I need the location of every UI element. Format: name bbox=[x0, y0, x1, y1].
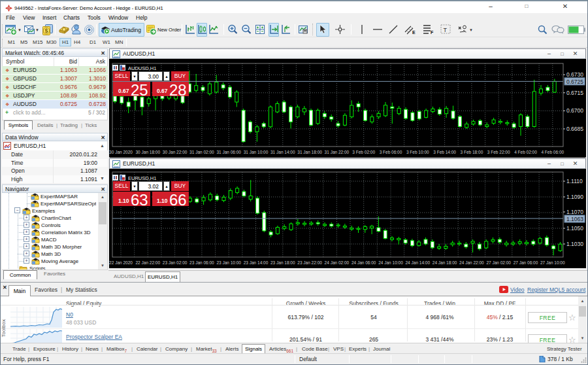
svg-text:23 Jan 10:00: 23 Jan 10:00 bbox=[216, 260, 241, 265]
svg-text:0.6685: 0.6685 bbox=[566, 126, 583, 132]
svg-text:23 Jan 06:00: 23 Jan 06:00 bbox=[189, 260, 214, 265]
svg-text:31 Jan 06:00: 31 Jan 06:00 bbox=[216, 150, 241, 154]
svg-text:27 Jan 06:00: 27 Jan 06:00 bbox=[514, 260, 538, 265]
svg-text:1.1030: 1.1030 bbox=[566, 241, 583, 247]
svg-text:0.6715: 0.6715 bbox=[566, 90, 583, 96]
svg-text:31 Jan 10:00: 31 Jan 10:00 bbox=[244, 150, 269, 154]
svg-text:23 Jan 14:00: 23 Jan 14:00 bbox=[244, 260, 269, 265]
svg-text:1.1050: 1.1050 bbox=[566, 225, 583, 232]
svg-text:24 Jan 10:00: 24 Jan 10:00 bbox=[378, 260, 403, 265]
svg-text:3 Feb 10:00: 3 Feb 10:00 bbox=[406, 150, 429, 154]
svg-text:3 Feb 06:00: 3 Feb 06:00 bbox=[380, 150, 402, 154]
svg-text:0.6700: 0.6700 bbox=[566, 107, 583, 114]
svg-text:22 Jan 2020: 22 Jan 2020 bbox=[109, 260, 133, 265]
svg-text:24 Jan 14:00: 24 Jan 14:00 bbox=[406, 260, 431, 265]
svg-text:31 Jan 18:00: 31 Jan 18:00 bbox=[297, 150, 322, 154]
svg-text:T: T bbox=[444, 27, 448, 33]
svg-text:24 Jan 06:00: 24 Jan 06:00 bbox=[351, 260, 376, 265]
svg-text:1.1063: 1.1063 bbox=[566, 216, 583, 222]
svg-text:23 Jan 18:00: 23 Jan 18:00 bbox=[270, 260, 295, 265]
svg-text:30 Jan 22:00: 30 Jan 22:00 bbox=[163, 150, 188, 154]
svg-text:3 Feb 22:00: 3 Feb 22:00 bbox=[487, 150, 510, 154]
svg-text:3 Feb 14:00: 3 Feb 14:00 bbox=[433, 150, 456, 154]
svg-text:30 Jan 18:00: 30 Jan 18:00 bbox=[136, 150, 161, 154]
svg-text:23 Jan 02:00: 23 Jan 02:00 bbox=[163, 260, 188, 265]
svg-text:0.6730: 0.6730 bbox=[566, 71, 583, 78]
svg-text:0.6725: 0.6725 bbox=[566, 78, 583, 85]
svg-text:30 Jan 2020: 30 Jan 2020 bbox=[109, 150, 133, 154]
svg-text:24 Jan 18:00: 24 Jan 18:00 bbox=[433, 260, 457, 265]
svg-text:22 Jan 22:00: 22 Jan 22:00 bbox=[136, 260, 161, 265]
svg-text:4 Feb 06:00: 4 Feb 06:00 bbox=[541, 150, 564, 154]
svg-text:24 Jan 02:00: 24 Jan 02:00 bbox=[325, 260, 350, 265]
svg-text:1.1070: 1.1070 bbox=[566, 209, 583, 215]
svg-text:31 Jan 14:00: 31 Jan 14:00 bbox=[270, 150, 295, 154]
svg-text:3 Feb 02:00: 3 Feb 02:00 bbox=[352, 150, 375, 154]
svg-text:27 Jan 10:00: 27 Jan 10:00 bbox=[540, 260, 565, 265]
svg-text:31 Jan 22:00: 31 Jan 22:00 bbox=[325, 150, 350, 154]
svg-text:F: F bbox=[431, 30, 434, 35]
svg-text:E: E bbox=[412, 30, 416, 35]
svg-text:1.1090: 1.1090 bbox=[566, 194, 583, 200]
svg-text:31 Jan 02:00: 31 Jan 02:00 bbox=[189, 150, 214, 154]
svg-text:27 Jan 02:00: 27 Jan 02:00 bbox=[486, 260, 511, 265]
svg-text:23 Jan 22:00: 23 Jan 22:00 bbox=[297, 260, 322, 265]
svg-text:24 Jan 22:00: 24 Jan 22:00 bbox=[459, 260, 484, 265]
svg-text:4 Feb 02:00: 4 Feb 02:00 bbox=[514, 150, 537, 154]
svg-text:3 Feb 18:00: 3 Feb 18:00 bbox=[461, 150, 483, 154]
svg-text:1.1110: 1.1110 bbox=[566, 178, 583, 184]
svg-text:$: $ bbox=[45, 27, 48, 34]
